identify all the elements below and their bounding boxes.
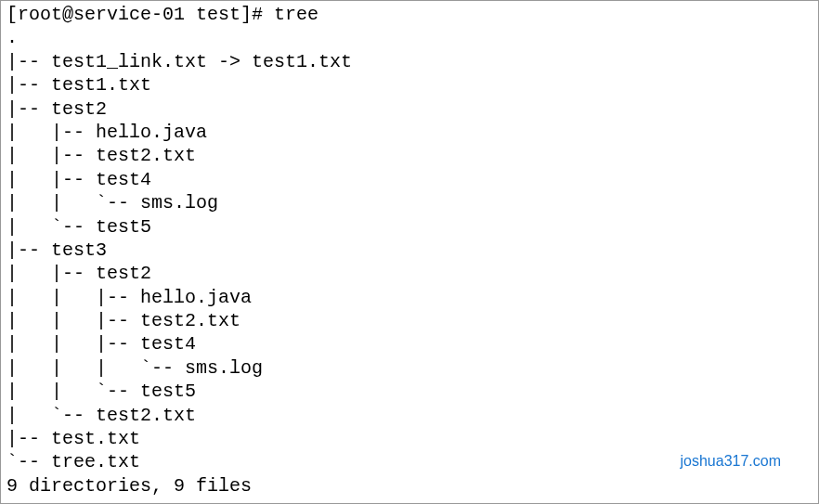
tree-line: |-- test2	[6, 97, 812, 121]
watermark: joshua317.com	[680, 452, 781, 471]
tree-line: |-- test.txt	[6, 427, 812, 450]
tree-line: .	[6, 26, 812, 49]
tree-line: | `-- test5	[6, 215, 812, 239]
tree-line: |-- test1.txt	[6, 73, 812, 97]
tree-line: | | | `-- sms.log	[6, 356, 812, 380]
tree-line: |-- test1_link.txt -> test1.txt	[6, 50, 812, 73]
tree-line: | | |-- hello.java	[6, 286, 812, 309]
tree-line: |-- test3	[6, 239, 812, 262]
tree-line: | | `-- test5	[6, 380, 812, 403]
tree-line: | `-- test2.txt	[6, 404, 812, 427]
terminal-prompt: [root@service-01 test]# tree	[6, 3, 812, 26]
tree-line: | | `-- sms.log	[6, 191, 812, 214]
tree-line: | |-- test4	[6, 168, 812, 191]
tree-line: | | |-- test4	[6, 332, 812, 355]
tree-output: .|-- test1_link.txt -> test1.txt|-- test…	[6, 26, 812, 498]
tree-line: 9 directories, 9 files	[6, 474, 812, 498]
tree-line: | |-- test2	[6, 262, 812, 285]
tree-line: | |-- test2.txt	[6, 144, 812, 167]
tree-line: | | |-- test2.txt	[6, 309, 812, 332]
tree-line: | |-- hello.java	[6, 121, 812, 144]
